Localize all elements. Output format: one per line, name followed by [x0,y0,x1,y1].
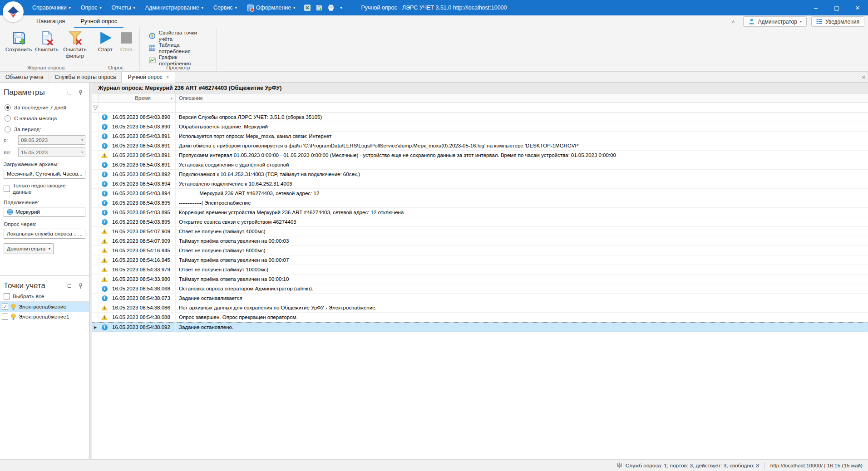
point-label: Электроснабжение1 [19,314,69,320]
log-row[interactable]: 16.05.2023 08:54:33.980 Таймаут приёма о… [92,275,868,284]
notifications-button[interactable]: Уведомления [811,16,864,27]
time-column-header[interactable]: Время ▲ [110,93,176,103]
log-row[interactable]: 16.05.2023 08:54:16.945 Ответ не получен… [92,246,868,255]
log-row[interactable]: i 16.05.2023 08:54:03.895 Коррекция врем… [92,208,868,217]
additional-button[interactable]: Дополнительно ▾ [4,243,54,254]
point-item[interactable]: Электроснабжение1 [0,312,89,322]
tab-manual-poll[interactable]: Ручной опрос × [122,72,175,83]
log-time: 16.05.2023 08:54:03.895 [110,217,176,226]
log-row[interactable]: i 16.05.2023 08:54:03.894 Установлено по… [92,179,868,189]
stop-button[interactable]: Стоп [116,29,137,53]
menubar-item[interactable]: Отчеты▾ [106,0,140,15]
consumption-table-button[interactable]: Таблица потребления [145,43,211,54]
ribbon-tab-manual-poll[interactable]: Ручной опрос [74,15,123,28]
filter-icon[interactable] [93,105,98,110]
filter-cell[interactable] [99,103,110,112]
log-row[interactable]: i 16.05.2023 08:54:38.073 Задание остана… [92,294,868,303]
close-tab-icon[interactable]: × [166,74,169,80]
select-all-checkbox[interactable]: Выбрать все [4,293,85,299]
poll-via-select[interactable]: Локальная служба опроса :: ... [4,229,85,239]
window-title: Ручной опрос - ЛЭРС УЧЕТ 3.51.0 http://l… [361,0,507,15]
chevron-down-icon: ▾ [99,6,101,10]
row-indicator [92,284,99,293]
radio-month-start[interactable]: С начала месяца [5,115,85,122]
radio-period[interactable]: За период: [5,126,85,132]
log-row[interactable]: 16.05.2023 08:54:38.086 Нет архивных дан… [92,303,868,313]
date-from-field[interactable]: 09.05.2023 ▾ [18,135,85,145]
row-icon-slot: i [99,323,110,332]
row-indicator [92,227,99,236]
checkbox-icon[interactable] [2,314,8,320]
ribbon-group-label: Опрос [92,65,139,70]
tab-services-and-ports[interactable]: Службы и порты опроса [49,72,122,82]
save-layout-icon[interactable] [316,4,323,11]
log-row[interactable]: i 16.05.2023 08:54:03.892 Подключаемся к… [92,170,868,179]
checkbox-icon[interactable]: ✓ [2,304,8,310]
maximize-button[interactable]: ▢ [826,0,847,15]
log-time: 16.05.2023 08:54:03.890 [110,122,176,131]
consumption-chart-button[interactable]: График потребления [145,55,211,66]
filter-cell-description[interactable] [176,103,868,112]
menubar-item[interactable]: Оформление▾ [242,0,301,15]
menubar-item[interactable]: Справочники▾ [27,0,76,15]
row-indicator [92,265,99,274]
row-icon-slot [99,236,110,245]
tab-accounting-objects[interactable]: Объекты учета [0,72,49,82]
print-icon[interactable] [327,4,335,11]
points-panel: Точки учета Выбрать все ✓Электроснабжени… [0,275,89,459]
maximize-panel-icon[interactable] [68,284,71,288]
row-icon-slot: i [99,179,110,188]
close-document-icon[interactable]: × [862,72,865,83]
save-button[interactable]: Сохранить [5,29,33,53]
log-row[interactable]: 16.05.2023 08:54:16.945 Таймаут приёма о… [92,255,868,265]
log-row[interactable]: i 16.05.2023 08:54:03.891 Установка соед… [92,160,868,170]
log-row[interactable]: i 16.05.2023 08:54:03.891 Используется п… [92,132,868,141]
log-row[interactable]: i 16.05.2023 08:54:03.891 Дамп обмена с … [92,141,868,151]
filter-cell-time[interactable] [110,103,176,112]
row-icon-slot [99,275,110,284]
archives-select[interactable]: Месячный, Суточный, Часов... [4,169,85,179]
radio-last-7-days[interactable]: За последние 7 дней [5,104,85,111]
menubar-item[interactable]: Администрирование▾ [140,0,208,15]
log-row[interactable]: ▶ i 16.05.2023 08:54:38.092 Задание оста… [92,322,868,332]
log-row[interactable]: i 16.05.2023 08:54:03.890 Версия Службы … [92,113,868,122]
log-row[interactable]: i 16.05.2023 08:54:38.068 Остановка опро… [92,284,868,294]
point-properties-button[interactable]: Свойства точки учёта [145,30,211,41]
log-text: Ответ не получен (таймаут 10000мс) [176,265,868,274]
maximize-panel-icon[interactable] [68,91,71,94]
server-status: http://localhost:10000/ | 16:15 (15 май) [765,462,868,469]
log-row[interactable]: 16.05.2023 08:54:38.088 Опрос завершен. … [92,313,868,322]
collapse-ribbon-icon[interactable]: ∧ [728,19,739,25]
point-item[interactable]: ✓Электроснабжение [0,302,89,312]
log-row[interactable]: 16.05.2023 08:54:33.979 Ответ не получен… [92,265,868,275]
start-button[interactable]: Старт [95,29,116,53]
log-row[interactable]: 16.05.2023 08:54:07.909 Ответ не получен… [92,227,868,236]
log-row[interactable]: 16.05.2023 08:54:07.909 Таймаут приёма о… [92,236,868,246]
document-tab-bar: Объекты учета Службы и порты опроса Ручн… [0,72,868,83]
close-button[interactable]: ✕ [847,0,868,15]
export-excel-icon[interactable] [304,4,311,11]
clear-filter-button[interactable]: Очистить фильтр [61,29,89,59]
clear-button[interactable]: Очистить [33,29,61,53]
pin-icon[interactable] [79,90,83,96]
connection-select[interactable]: Меркурий [4,207,85,217]
pin-icon[interactable] [79,283,83,289]
log-text: -------------| Электроснабжение [176,198,868,207]
only-missing-checkbox[interactable]: Только недостающие данные [4,182,85,195]
menubar-item[interactable]: Сервис▾ [208,0,242,15]
ribbon-tab-navigation[interactable]: Навигация [30,15,71,28]
date-to-field[interactable]: 15.05.2023 ▾ [18,147,85,157]
minimize-button[interactable]: – [805,0,826,15]
log-row[interactable]: 16.05.2023 08:54:03.891 Пропускаем интер… [92,151,868,160]
log-text: Дамп обмена с прибором протоколируется в… [176,141,868,150]
customize-toolbar-icon[interactable]: ▾ [340,5,342,10]
log-text: Коррекция времени устройства Меркурий 23… [176,208,868,217]
log-row[interactable]: i 16.05.2023 08:54:03.895 -------------|… [92,198,868,208]
log-row[interactable]: i 16.05.2023 08:54:03.894 ----------- Ме… [92,189,868,198]
log-row[interactable]: i 16.05.2023 08:54:03.890 Обрабатывается… [92,122,868,132]
menubar-item[interactable]: Опрос▾ [76,0,107,15]
description-column-header[interactable]: Описание [176,93,868,103]
info-icon: i [102,210,108,216]
user-button[interactable]: Администратор ▾ [743,16,807,27]
log-row[interactable]: i 16.05.2023 08:54:03.895 Открытие сеанс… [92,217,868,227]
